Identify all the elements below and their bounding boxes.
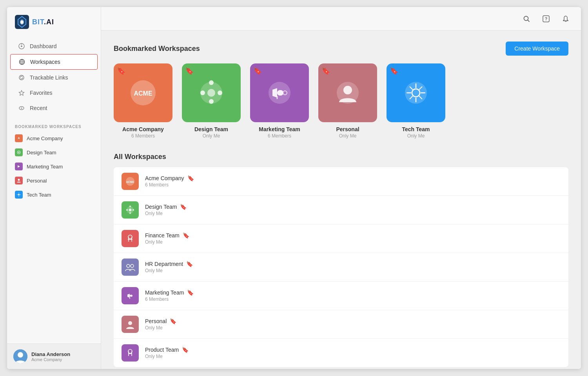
ws-card-marketing-sub: 6 Members [268, 133, 291, 139]
svg-text:A: A [18, 137, 20, 139]
list-info-finance: Finance Team 🔖 Only Me [145, 232, 561, 245]
list-bookmark-finance: 🔖 [183, 232, 189, 239]
all-workspaces-list: ACME Acme Company 🔖 6 Members [114, 167, 568, 367]
main-content: ? Bookmarked Workspaces Create Workspace [101, 7, 581, 369]
ws-card-tech-icon: 🔖 [387, 63, 445, 122]
ws-card-personal-label: Personal [336, 126, 359, 132]
sidebar-item-workspaces[interactable]: Workspaces [10, 54, 98, 70]
sidebar-item-favorites[interactable]: Favorites [10, 85, 98, 100]
list-name-finance: Finance Team 🔖 [145, 232, 561, 239]
bookmarked-section-title: BOOKMARKED WORKSPACES [7, 119, 101, 131]
list-item-marketing[interactable]: Marketing Team 🔖 6 Members [114, 282, 568, 310]
list-item-personal[interactable]: Personal 🔖 Only Me [114, 310, 568, 339]
ws-card-design[interactable]: 🔖 Design Team Only Me [182, 63, 241, 139]
svg-point-16 [18, 179, 20, 181]
list-info-marketing: Marketing Team 🔖 6 Members [145, 289, 561, 302]
list-info-hr: HR Department 🔖 Only Me [145, 261, 561, 273]
app-frame: BIT.AI Dashboard [7, 7, 581, 369]
logo-text: BIT.AI [32, 18, 54, 26]
list-icon-hr [122, 258, 139, 276]
bookmark-flag-tech: 🔖 [390, 67, 398, 75]
logo: BIT.AI [7, 7, 101, 35]
help-icon[interactable]: ? [540, 13, 552, 25]
sidebar-ws-acme-label: Acme Company [27, 136, 63, 141]
svg-point-32 [209, 80, 214, 85]
list-info-product: Product Team 🔖 Only Me [145, 347, 561, 359]
ws-card-tech-label: Tech Team [402, 126, 430, 132]
bookmarked-grid: 🔖 ACME Acme Company 6 Members 🔖 [114, 63, 568, 139]
list-bookmark-personal: 🔖 [170, 318, 176, 324]
svg-point-31 [207, 89, 215, 97]
svg-point-34 [200, 90, 205, 95]
svg-point-57 [132, 209, 134, 211]
sidebar-ws-design-label: Design Team [27, 150, 56, 155]
sidebar-item-trackable-links[interactable]: Trackable Links [10, 70, 98, 85]
sidebar-ws-acme-icon: A [15, 134, 23, 142]
ws-card-acme-sub: 6 Members [131, 133, 155, 139]
list-icon-marketing [122, 287, 139, 304]
ws-card-personal[interactable]: 🔖 Personal Only Me [318, 63, 377, 139]
svg-point-41 [343, 86, 352, 94]
recent-icon [18, 105, 25, 112]
svg-text:?: ? [545, 16, 548, 21]
sidebar-item-dashboard[interactable]: Dashboard [10, 39, 98, 54]
bell-icon[interactable] [560, 13, 572, 25]
sidebar-ws-design[interactable]: Design Team [7, 145, 101, 159]
ws-card-marketing-icon: 🔖 [250, 63, 309, 122]
all-workspaces-title: All Workspaces [114, 153, 568, 161]
sidebar-ws-acme[interactable]: A Acme Company [7, 131, 101, 145]
list-sub-hr: Only Me [145, 268, 561, 273]
ws-card-design-sub: Only Me [203, 133, 220, 139]
list-item-design[interactable]: Design Team 🔖 Only Me [114, 196, 568, 224]
list-name-personal: Personal 🔖 [145, 318, 561, 324]
ws-card-design-label: Design Team [194, 126, 228, 132]
create-workspace-button[interactable]: Create Workspace [506, 42, 568, 56]
list-bookmark-product: 🔖 [182, 347, 189, 353]
content-area: Bookmarked Workspaces Create Workspace 🔖… [101, 31, 581, 369]
sidebar-ws-tech-label: Tech Team [27, 192, 51, 198]
ws-card-tech[interactable]: 🔖 [387, 63, 445, 139]
svg-point-55 [129, 209, 132, 212]
ws-card-acme-icon: 🔖 ACME [114, 63, 172, 122]
footer-text: Diana Anderson Acme Company [31, 351, 70, 362]
topbar: ? [101, 7, 581, 31]
svg-marker-9 [19, 90, 24, 96]
ws-card-marketing[interactable]: 🔖 Marketing Team 6 Members [250, 63, 309, 139]
svg-point-23 [18, 352, 23, 358]
list-item-finance[interactable]: Finance Team 🔖 Only Me [114, 224, 568, 253]
favorites-icon [18, 89, 25, 96]
svg-point-56 [129, 206, 131, 207]
sidebar-ws-marketing[interactable]: Marketing Team [7, 159, 101, 174]
svg-point-35 [209, 99, 214, 104]
dashboard-label: Dashboard [30, 43, 57, 49]
bookmarked-header: Bookmarked Workspaces Create Workspace [114, 42, 568, 56]
trackable-links-label: Trackable Links [30, 74, 68, 81]
search-icon[interactable] [521, 13, 532, 25]
sidebar-ws-marketing-icon [15, 163, 23, 170]
list-item-acme[interactable]: ACME Acme Company 🔖 6 Members [114, 167, 568, 196]
list-bookmark-hr: 🔖 [186, 261, 193, 267]
list-item-hr[interactable]: HR Department 🔖 Only Me [114, 253, 568, 282]
sidebar-ws-personal[interactable]: Personal [7, 174, 101, 188]
sidebar-item-recent[interactable]: Recent [10, 101, 98, 116]
list-sub-finance: Only Me [145, 239, 561, 245]
list-name-design: Design Team 🔖 [145, 204, 561, 210]
ws-card-acme-label: Acme Company [122, 126, 164, 132]
svg-marker-15 [18, 165, 20, 168]
bookmark-flag-acme: 🔖 [117, 67, 125, 75]
user-profile[interactable]: Diana Anderson Acme Company [7, 343, 101, 369]
bookmarked-title: Bookmarked Workspaces [114, 45, 200, 53]
svg-text:ACME: ACME [134, 90, 152, 97]
svg-point-14 [18, 152, 20, 153]
sidebar-nav: Dashboard Workspaces [7, 35, 101, 119]
recent-label: Recent [30, 105, 47, 111]
ws-card-acme[interactable]: 🔖 ACME Acme Company 6 Members [114, 63, 172, 139]
sidebar-ws-tech[interactable]: Tech Team [7, 188, 101, 202]
list-sub-design: Only Me [145, 211, 561, 216]
list-icon-finance [122, 230, 139, 247]
list-item-product[interactable]: Product Team 🔖 Only Me [114, 339, 568, 367]
list-sub-marketing: 6 Members [145, 296, 561, 302]
workspaces-icon [18, 58, 25, 65]
svg-point-58 [126, 209, 128, 211]
sidebar: BIT.AI Dashboard [7, 7, 101, 369]
